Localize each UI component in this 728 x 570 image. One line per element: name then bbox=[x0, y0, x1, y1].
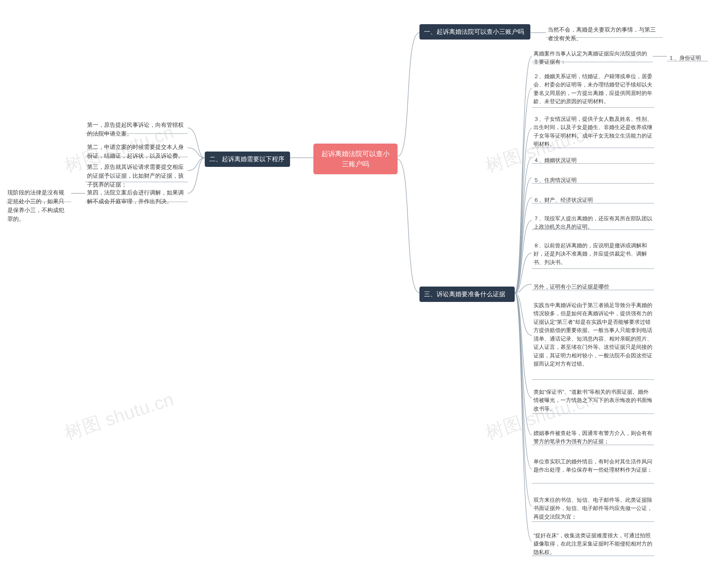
branch-2[interactable]: 二、起诉离婚需要以下程序 bbox=[205, 152, 290, 167]
branch-1[interactable]: 一、起诉离婚法院可以查小三账户吗 bbox=[420, 24, 530, 39]
branch-3-leaf-1: ２、婚姻关系证明，结婚证、户籍簿或单位，居委会、村委会的证明等，未办理结婚登记手… bbox=[532, 71, 654, 107]
branch-3-leaf-5: ６、财产、经济状况证明 bbox=[532, 195, 654, 205]
branch-2-subleaf: 现阶段的法律是没有规定惩处小三的，如果只是保养小三，不构成犯罪的。 bbox=[6, 187, 71, 225]
branch-3-leaf-2: ３、子女情况证明，提供子女人数及姓名、性别、出生时间，以及子女是婚生、非婚生还是… bbox=[532, 114, 654, 150]
branch-1-leaf: 当然不会，离婚是夫妻双方的事情，与第三者没有关系。 bbox=[546, 24, 663, 44]
branch-3-leaf-7: ８、以前曾起诉离婚的，应说明是撤诉或调解和好，还是判决不准离婚，并应提供裁定书、… bbox=[532, 240, 654, 268]
branch-3-leaf-4: ５、住房情况证明 bbox=[532, 175, 654, 185]
branch-3-leaf-8: 另外，证明有小三的证据是哪些 bbox=[532, 281, 654, 292]
branch-2-leaf-1: 第一，原告提起民事诉讼，向有管辖权的法院申请立案。 bbox=[85, 119, 188, 139]
branch-3-leaf-12: 单位查实职工的婚外情后，有时会对其生活作风问题作出处理，单位保存有一些处理材料作… bbox=[532, 456, 654, 475]
branch-3-leaf-0-side: １、身份证明 bbox=[667, 53, 715, 63]
branch-3-leaf-6: ７、现役军人提出离婚的，还应有其所在部队团以上政治机关出具的证明。 bbox=[532, 213, 654, 232]
branch-3[interactable]: 三、诉讼离婚要准备什么证据 bbox=[420, 287, 515, 302]
branch-3-leaf-14: “捉奸在床”，收集这类证据难度很大，可通过拍照摄像取得，在此注意采集证据时不能侵… bbox=[532, 530, 654, 558]
branch-3-leaf-3: ４、婚姻状况证明 bbox=[532, 155, 654, 166]
branch-3-leaf-9: 实践当中离婚诉讼由于第三者插足导致分手离婚的情况较多，但是如何在离婚诉讼中，提供… bbox=[532, 300, 654, 369]
branch-3-leaf-10: 类如“保证书”、“道歉书”等相关的书面证据。婚外情被曝光，一方情急之下写下的表示… bbox=[532, 387, 654, 414]
branch-2-leaf-2: 第二，申请立案的时候需要提交本人身份证，结婚证，起诉状，以及诉讼费。 bbox=[85, 141, 188, 162]
branch-3-leaf-11: 嫖娼事件被查处等，因通常有警方介入，则会有有警方的笔录作为强有力的证据； bbox=[532, 428, 654, 447]
watermark: 树图 shutu.cn bbox=[61, 387, 177, 446]
center-node[interactable]: 起诉离婚法院可以查小三账户吗 bbox=[313, 144, 398, 174]
branch-3-leaf-13: 双方来往的书信、短信、电子邮件等。此类证据除书面证据外，短信、电子邮件等均应先做… bbox=[532, 495, 654, 522]
branch-2-leaf-3: 第三，原告就其诉讼请求需要提交相应的证据予以证据，比如财产的证据，孩子抚养的证据… bbox=[85, 162, 188, 190]
branch-2-leaf-4: 第四，法院立案后会进行调解，如果调解不成会开庭审理，并作出判决。 bbox=[85, 187, 188, 207]
branch-3-leaf-0: 离婚案件当事人认定为离婚证据应向法院提供的主要证据有： bbox=[532, 48, 653, 67]
